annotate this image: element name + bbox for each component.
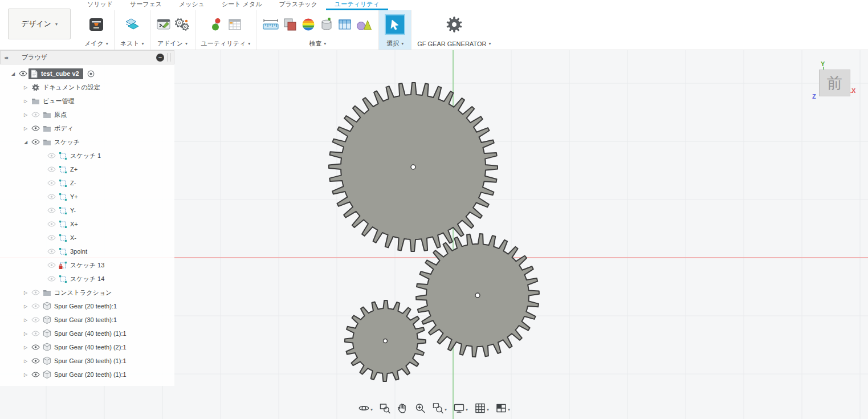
- visibility-eye-icon[interactable]: [30, 125, 41, 131]
- tree-row-named-views[interactable]: ▷ビュー管理: [0, 94, 174, 108]
- visibility-eye-icon[interactable]: [46, 221, 57, 227]
- visibility-eye-icon[interactable]: [30, 112, 41, 117]
- toolbar-group-make-menu[interactable]: メイク▾: [84, 39, 108, 48]
- exchange-apps-icon[interactable]: [174, 17, 189, 32]
- collapse-arrow-icon[interactable]: ◢: [22, 140, 30, 145]
- tree-row-spur-gear-20[interactable]: ▷Spur Gear (20 teeth):1: [0, 299, 174, 313]
- tree-row-construction[interactable]: ▷コンストラクション: [0, 286, 174, 299]
- curvature-map-icon[interactable]: [301, 17, 316, 32]
- look-at-button[interactable]: [377, 401, 392, 417]
- toolbar-group-select-menu[interactable]: 選択▾: [386, 39, 404, 48]
- tree-row-sketch-z-minus[interactable]: Z-: [0, 176, 174, 190]
- visibility-eye-icon[interactable]: [30, 331, 41, 336]
- tab-surface[interactable]: サーフェス: [121, 0, 170, 10]
- tree-row-sketch-y-plus[interactable]: Y+: [0, 190, 174, 204]
- tree-row-document-settings[interactable]: ▷ドキュメントの設定: [0, 80, 174, 94]
- tab-solid[interactable]: ソリッド: [79, 0, 121, 10]
- expand-arrow-icon[interactable]: ▷: [22, 372, 30, 377]
- visibility-eye-icon[interactable]: [30, 139, 41, 145]
- expand-arrow-icon[interactable]: ▷: [22, 331, 30, 336]
- grid-display-button[interactable]: ▾: [472, 401, 491, 417]
- tree-row-sketch-x-plus[interactable]: X+: [0, 217, 174, 231]
- gear-body-20-teeth-2[interactable]: [345, 300, 426, 381]
- parameters-table-icon[interactable]: [227, 17, 242, 32]
- tree-row-spur-gear-30[interactable]: ▷Spur Gear (30 teeth):1: [0, 313, 174, 327]
- expand-arrow-icon[interactable]: ▷: [22, 126, 30, 131]
- draft-analysis-icon[interactable]: [319, 17, 334, 32]
- visibility-eye-icon[interactable]: [46, 166, 57, 172]
- panel-resize-grip[interactable]: [168, 53, 170, 62]
- tree-row-spur-gear-40-1[interactable]: ▷Spur Gear (40 teeth) (1):1: [0, 327, 174, 340]
- zoom-window-button[interactable]: ▾: [430, 401, 449, 417]
- tab-sheet-metal[interactable]: シート メタル: [213, 0, 270, 10]
- expand-arrow-icon[interactable]: ▷: [22, 290, 30, 295]
- viewcube[interactable]: Y 前 X Z: [812, 60, 866, 106]
- orbit-button[interactable]: ▾: [356, 401, 374, 417]
- expand-arrow-icon[interactable]: ▷: [22, 112, 30, 117]
- visibility-eye-icon[interactable]: [46, 235, 57, 241]
- select-pointer-icon[interactable]: [385, 14, 405, 35]
- expand-arrow-icon[interactable]: ▷: [22, 318, 30, 323]
- display-analysis-icon[interactable]: [356, 17, 373, 32]
- expand-arrow-icon[interactable]: ▷: [22, 345, 30, 350]
- visibility-eye-icon[interactable]: [30, 344, 41, 350]
- collapse-panel-icon[interactable]: ◂◂: [4, 55, 7, 60]
- activate-component-radio[interactable]: [87, 70, 95, 78]
- tree-row-origin[interactable]: ▷原点: [0, 108, 174, 121]
- expand-arrow-icon[interactable]: ▷: [22, 99, 30, 104]
- toolbar-group-utilities-menu[interactable]: ユーティリティ▾: [201, 39, 251, 48]
- tree-row-sketches[interactable]: ◢スケッチ: [0, 135, 174, 149]
- tab-utilities[interactable]: ユーティリティ: [326, 0, 388, 10]
- gear-body-30-teeth-1[interactable]: [416, 234, 539, 357]
- viewcube-front-face[interactable]: 前: [819, 70, 850, 96]
- section-analysis-icon[interactable]: [337, 17, 352, 32]
- tree-row-root[interactable]: ◢test_cube v2: [0, 67, 174, 80]
- toolbar-group-nest-menu[interactable]: ネスト▾: [120, 39, 144, 48]
- tree-row-spur-gear-20-1[interactable]: ▷Spur Gear (20 teeth) (1):1: [0, 368, 174, 381]
- display-settings-button[interactable]: ▾: [451, 401, 470, 417]
- tree-row-sketch-3point[interactable]: 3point: [0, 245, 174, 258]
- visibility-eye-icon[interactable]: [46, 208, 57, 213]
- visibility-eye-icon[interactable]: [30, 358, 41, 364]
- tree-row-sketch-13[interactable]: スケッチ 13: [0, 258, 174, 272]
- minimize-panel-button[interactable]: −: [156, 54, 164, 62]
- tree-row-bodies[interactable]: ▷ボディ: [0, 121, 174, 135]
- nest-icon[interactable]: [125, 17, 140, 32]
- visibility-eye-icon[interactable]: [17, 71, 28, 76]
- viewports-button[interactable]: ▾: [494, 401, 512, 417]
- visibility-eye-icon[interactable]: [30, 372, 41, 377]
- model-viewport[interactable]: ◂◂ ブラウザ − ◢test_cube v2▷ドキュメントの設定▷ビュー管理▷…: [0, 50, 868, 419]
- visibility-eye-icon[interactable]: [30, 317, 41, 323]
- tree-row-sketch-x-minus[interactable]: X-: [0, 231, 174, 245]
- visibility-eye-icon[interactable]: [46, 262, 57, 268]
- tree-row-sketch-y-minus[interactable]: Y-: [0, 204, 174, 217]
- pan-button[interactable]: [395, 401, 410, 417]
- measure-icon[interactable]: [262, 17, 279, 32]
- tab-mesh[interactable]: メッシュ: [170, 0, 213, 10]
- toolbar-group-inspect-menu[interactable]: 検査▾: [309, 39, 326, 48]
- expand-arrow-icon[interactable]: ▷: [22, 304, 30, 309]
- toolbar-group-gear-generator-menu[interactable]: GF GEAR GENERATOR▾: [417, 39, 491, 48]
- gear-body-40-teeth-0[interactable]: [329, 83, 498, 251]
- visibility-eye-icon[interactable]: [30, 290, 41, 295]
- visibility-eye-icon[interactable]: [46, 194, 57, 200]
- traffic-light-icon[interactable]: [209, 17, 224, 32]
- visibility-eye-icon[interactable]: [30, 303, 41, 309]
- collapse-arrow-icon[interactable]: ◢: [9, 71, 17, 76]
- expand-arrow-icon[interactable]: ▷: [22, 359, 30, 364]
- visibility-eye-icon[interactable]: [46, 180, 57, 186]
- zoom-button[interactable]: [413, 401, 427, 417]
- visibility-eye-icon[interactable]: [46, 249, 57, 254]
- tree-row-spur-gear-30-1[interactable]: ▷Spur Gear (30 teeth) (1):1: [0, 354, 174, 368]
- visibility-eye-icon[interactable]: [46, 153, 57, 158]
- toolbar-group-addins-menu[interactable]: アドイン▾: [157, 39, 188, 48]
- make-icon[interactable]: [88, 17, 104, 32]
- tab-plastic[interactable]: プラスチック: [270, 0, 326, 10]
- expand-arrow-icon[interactable]: ▷: [22, 85, 30, 90]
- workspace-switcher-button[interactable]: デザイン ▾: [8, 9, 71, 39]
- tree-row-sketch-14[interactable]: スケッチ 14: [0, 272, 174, 286]
- visibility-eye-icon[interactable]: [46, 276, 57, 282]
- tree-row-sketch-1[interactable]: スケッチ 1: [0, 149, 174, 162]
- tree-row-sketch-z-plus[interactable]: Z+: [0, 162, 174, 176]
- interference-icon[interactable]: [283, 17, 298, 32]
